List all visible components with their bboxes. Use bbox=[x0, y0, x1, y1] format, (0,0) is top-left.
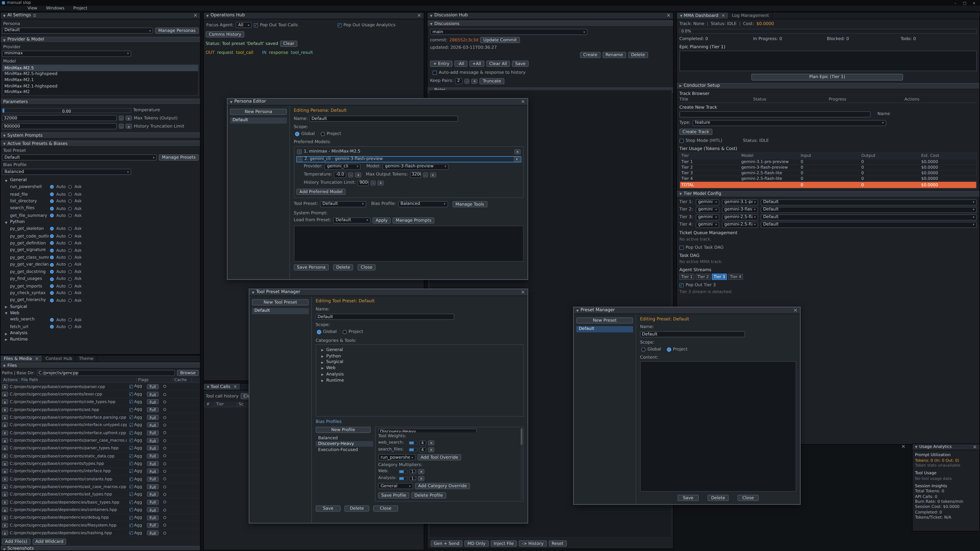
tier-model-config-section[interactable]: ▼Tier Model Config bbox=[677, 191, 979, 197]
remove-file-button[interactable]: x bbox=[2, 500, 8, 505]
clear-status-button[interactable]: Clear bbox=[280, 41, 298, 47]
track-type-select[interactable]: feature▾ bbox=[692, 120, 886, 126]
auto-radio[interactable] bbox=[50, 214, 54, 218]
remove-file-button[interactable]: x bbox=[2, 384, 8, 389]
agg-checkbox[interactable]: ✓ bbox=[129, 385, 133, 389]
full-button[interactable]: Full bbox=[147, 422, 159, 427]
category-general[interactable]: ▶General bbox=[318, 347, 522, 353]
full-button[interactable]: Full bbox=[147, 415, 159, 420]
entry-button[interactable]: Clear All bbox=[486, 60, 510, 67]
agg-checkbox[interactable]: ✓ bbox=[129, 508, 133, 512]
remove-override-button[interactable]: × bbox=[428, 440, 434, 445]
tier-provider-select[interactable]: gemini▾ bbox=[696, 214, 719, 220]
model-option[interactable]: MiniMax-M2.5-highspeed bbox=[3, 71, 198, 77]
save-button[interactable]: Save bbox=[316, 505, 341, 511]
expand-icon[interactable]: ▼ bbox=[430, 22, 432, 26]
ask-radio[interactable] bbox=[68, 263, 72, 267]
conductor-setup-section[interactable]: ▶Conductor Setup bbox=[677, 83, 979, 89]
manage-prompts-button[interactable]: Manage Prompts bbox=[393, 217, 434, 223]
full-button[interactable]: Full bbox=[147, 446, 159, 451]
collapse-icon[interactable]: ▼ bbox=[680, 14, 682, 17]
tool-group-analysis[interactable]: ▶Analysis bbox=[2, 330, 199, 337]
new-persona-button[interactable]: New Persona bbox=[230, 109, 287, 115]
decrement-button[interactable]: - bbox=[423, 172, 428, 177]
agg-checkbox[interactable]: ✓ bbox=[129, 438, 133, 442]
pop-out-tier-checkbox[interactable]: ✓ bbox=[679, 283, 684, 287]
agg-checkbox[interactable]: ✓ bbox=[129, 492, 133, 496]
close-icon[interactable]: × bbox=[667, 13, 670, 18]
collapse-icon[interactable]: ▼ bbox=[430, 14, 432, 17]
scope-global-radio[interactable] bbox=[317, 330, 321, 334]
decrement-button[interactable]: - bbox=[348, 172, 353, 177]
max-tokens-input[interactable]: 32000 bbox=[2, 115, 117, 121]
pm-temperature-input[interactable]: -0.0 bbox=[334, 171, 347, 178]
auto-radio[interactable] bbox=[50, 200, 54, 203]
reorder-button[interactable]: - bbox=[298, 157, 303, 162]
save-button[interactable]: Save bbox=[678, 495, 699, 501]
auto-radio[interactable] bbox=[50, 234, 54, 238]
truncate-button[interactable]: Truncate bbox=[480, 78, 504, 84]
branch-select[interactable]: main▾ bbox=[430, 29, 587, 35]
remove-file-button[interactable]: x bbox=[2, 515, 8, 520]
decrement-button[interactable]: - bbox=[119, 124, 124, 129]
category-python[interactable]: ▶Python bbox=[318, 353, 522, 359]
entry-button[interactable]: -All bbox=[454, 60, 467, 67]
ask-radio[interactable] bbox=[68, 325, 72, 329]
pe-tool-preset-select[interactable]: Default▾ bbox=[320, 201, 366, 207]
full-button[interactable]: Full bbox=[147, 515, 159, 520]
new-profile-button[interactable]: New Profile bbox=[316, 427, 371, 433]
stream-tab[interactable]: Tier 2 bbox=[696, 274, 711, 279]
delete-persona-button[interactable]: Delete bbox=[333, 264, 353, 270]
expand-icon[interactable]: ▼ bbox=[679, 192, 682, 196]
remove-override-button[interactable]: × bbox=[418, 476, 425, 481]
auto-radio[interactable] bbox=[50, 325, 54, 329]
remove-file-button[interactable]: x bbox=[2, 415, 8, 420]
preferred-model-row[interactable]: -2. gemini_cli - gemini-3-flash-preview× bbox=[296, 156, 522, 162]
step-mode-checkbox[interactable]: ✓ bbox=[679, 138, 684, 143]
tier-preset-select[interactable]: Default▾ bbox=[760, 199, 977, 205]
persona-item[interactable]: Default bbox=[230, 118, 287, 124]
expand-icon[interactable]: ▼ bbox=[3, 547, 5, 551]
agg-checkbox[interactable]: ✓ bbox=[129, 500, 133, 504]
auto-radio[interactable] bbox=[50, 241, 54, 245]
save-persona-button[interactable]: Save Persona bbox=[294, 264, 329, 270]
add-wildcard-button[interactable]: Add Wildcard bbox=[32, 538, 66, 545]
bias-profile-item[interactable]: Balanced bbox=[316, 435, 373, 441]
agg-checkbox[interactable]: ✓ bbox=[129, 477, 133, 481]
increment-button[interactable]: + bbox=[126, 124, 132, 129]
full-button[interactable]: Full bbox=[147, 400, 159, 405]
auto-radio[interactable] bbox=[50, 284, 54, 288]
agg-checkbox[interactable]: ✓ bbox=[129, 531, 133, 535]
history-limit-input[interactable]: 900000 bbox=[2, 123, 117, 129]
ask-radio[interactable] bbox=[68, 214, 72, 218]
pm-provider-select[interactable]: gemini_cli▾ bbox=[325, 164, 361, 170]
content-textarea[interactable] bbox=[640, 362, 796, 492]
tier-model-select[interactable]: gemini-3.1-pro-preview▾ bbox=[722, 199, 758, 205]
persona-name-input[interactable]: Default bbox=[310, 116, 458, 122]
category-surgical[interactable]: ▶Surgical bbox=[318, 359, 522, 365]
comms-history-button[interactable]: Comms History bbox=[206, 31, 245, 37]
footer-button[interactable]: -> History bbox=[519, 540, 547, 546]
ask-radio[interactable] bbox=[68, 284, 72, 288]
model-option[interactable]: MiniMax-M2.1-highspeed bbox=[3, 83, 198, 89]
tier-provider-select[interactable]: gemini▾ bbox=[696, 221, 719, 227]
entry-button[interactable]: + Entry bbox=[430, 60, 452, 67]
agg-checkbox[interactable]: ✓ bbox=[129, 423, 133, 427]
expand-icon[interactable]: ▼ bbox=[3, 134, 5, 138]
scope-project-radio[interactable] bbox=[321, 132, 325, 136]
auto-radio[interactable] bbox=[50, 291, 54, 295]
close-icon[interactable]: × bbox=[521, 290, 525, 295]
collapse-icon[interactable]: ▼ bbox=[252, 290, 254, 294]
close-icon[interactable]: × bbox=[521, 99, 525, 104]
weight-slider[interactable] bbox=[409, 448, 417, 451]
close-button[interactable]: Close bbox=[373, 505, 398, 511]
collapse-icon[interactable]: ▼ bbox=[915, 445, 917, 449]
full-button[interactable]: Full bbox=[147, 523, 159, 528]
track-name-input[interactable] bbox=[679, 111, 870, 117]
remove-file-button[interactable]: x bbox=[2, 407, 8, 412]
system-prompt-textarea[interactable] bbox=[294, 225, 524, 262]
expand-icon[interactable]: ▼ bbox=[3, 38, 5, 42]
full-button[interactable]: Full bbox=[147, 530, 159, 536]
tab-tool-calls[interactable]: ▼ Tool Calls × bbox=[204, 384, 241, 390]
system-prompts-section[interactable]: ▼System Prompts bbox=[0, 133, 200, 139]
